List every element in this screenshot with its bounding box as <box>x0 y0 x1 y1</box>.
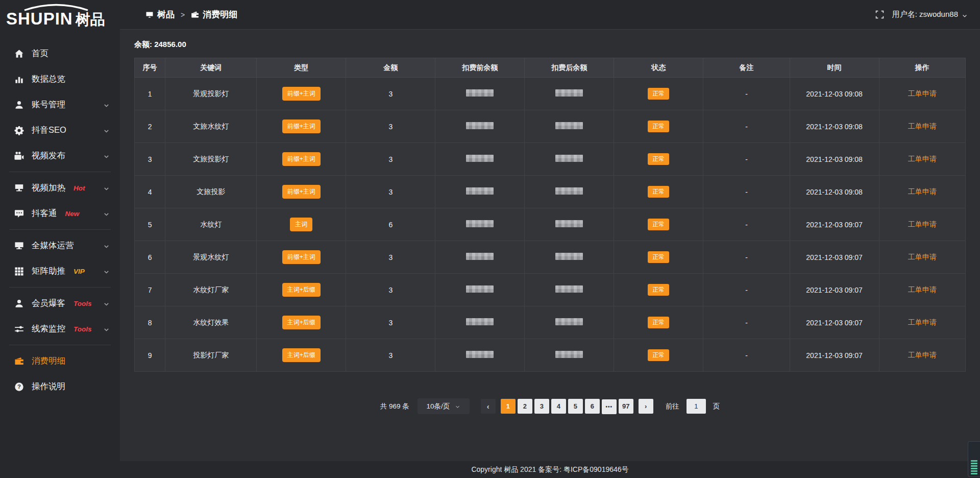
work-order-link[interactable]: 工单申请 <box>908 285 937 294</box>
status-badge: 正常 <box>648 186 669 198</box>
page-button-3[interactable]: 3 <box>534 399 549 414</box>
sidebar-item-matrix-boost[interactable]: 矩阵助推VIP <box>0 258 120 284</box>
cell-action: 工单申请 <box>879 176 965 208</box>
table-row: 5水纹灯主词6正常-2021-12-03 09:07工单申请 <box>135 208 966 241</box>
status-badge: 正常 <box>648 251 669 263</box>
cell-balance-after <box>525 110 614 143</box>
column-header: 关键词 <box>165 58 257 78</box>
cell-balance-after <box>525 241 614 274</box>
work-order-link[interactable]: 工单申请 <box>908 253 937 261</box>
goto-page-input[interactable] <box>687 399 706 414</box>
sidebar-item-video-heat[interactable]: 视频加热Hot <box>0 175 120 201</box>
cell-status: 正常 <box>614 306 703 339</box>
sidebar-item-doukentong[interactable]: 抖客通New <box>0 201 120 226</box>
user-menu[interactable]: 用户名: zswodun88 <box>892 10 968 19</box>
user-label: 用户名: zswodun88 <box>892 10 958 19</box>
page-button-5[interactable]: 5 <box>568 399 583 414</box>
fullscreen-icon[interactable] <box>875 10 884 19</box>
cell-amount: 3 <box>346 110 435 143</box>
column-header: 扣费后余额 <box>525 58 614 78</box>
page-button-97[interactable]: 97 <box>619 399 633 414</box>
gear-icon <box>14 126 24 135</box>
cell-keyword: 水纹灯 <box>165 208 257 241</box>
cell-amount: 3 <box>346 339 435 372</box>
cell-balance-before <box>435 143 525 176</box>
redacted-value <box>466 122 494 129</box>
cell-amount: 6 <box>346 208 435 241</box>
work-order-link[interactable]: 工单申请 <box>908 220 937 228</box>
cell-balance-after <box>525 339 614 372</box>
table-row: 8水纹灯效果主词+后缀3正常-2021-12-03 09:07工单申请 <box>135 306 966 339</box>
sidebar-item-label: 抖客通 <box>32 208 57 219</box>
work-order-link[interactable]: 工单申请 <box>908 89 937 98</box>
next-page-button[interactable]: › <box>639 399 653 414</box>
cell-status: 正常 <box>614 339 703 372</box>
cell-amount: 3 <box>346 78 435 110</box>
page-button-1[interactable]: 1 <box>501 399 516 414</box>
cell-balance-before <box>435 339 525 372</box>
type-badge: 主词+后缀 <box>282 283 321 297</box>
sidebar-item-member-baoke[interactable]: 会员爆客Tools <box>0 291 120 316</box>
work-order-link[interactable]: 工单申请 <box>908 318 937 326</box>
prev-page-button[interactable]: ‹ <box>481 399 496 414</box>
page-button-2[interactable]: 2 <box>518 399 532 414</box>
page-button-6[interactable]: 6 <box>585 399 600 414</box>
sidebar-item-home[interactable]: 首页 <box>0 41 120 66</box>
sidebar-item-video-publish[interactable]: 视频发布 <box>0 143 120 169</box>
more-pages-button[interactable]: ••• <box>602 399 617 414</box>
column-header: 时间 <box>790 58 879 78</box>
column-header: 金额 <box>346 58 435 78</box>
sidebar-item-douyin-seo[interactable]: 抖音SEO <box>0 117 120 143</box>
page-size-select[interactable]: 10条/页 <box>418 398 470 414</box>
widget-stripe <box>971 468 977 469</box>
redacted-value <box>555 89 583 97</box>
work-order-link[interactable]: 工单申请 <box>908 155 937 163</box>
cell-balance-after <box>525 78 614 110</box>
balance: 余额: 24856.00 <box>134 40 966 50</box>
table-row: 3文旅投影灯前缀+主词3正常-2021-12-03 09:08工单申请 <box>135 143 966 176</box>
cell-balance-after <box>525 208 614 241</box>
cell-index: 2 <box>135 110 165 143</box>
cell-keyword: 水纹灯效果 <box>165 306 257 339</box>
chevron-down-icon <box>103 185 110 192</box>
cell-amount: 3 <box>346 274 435 306</box>
page-buttons: 123456•••97 <box>500 399 634 414</box>
bar-chart-icon <box>14 75 24 84</box>
type-badge: 前缀+主词 <box>282 119 321 133</box>
sidebar-item-label: 线索监控 <box>32 323 65 334</box>
table-row: 6景观水纹灯前缀+主词3正常-2021-12-03 09:07工单申请 <box>135 241 966 274</box>
cell-index: 8 <box>135 306 165 339</box>
breadcrumb-separator: > <box>181 11 185 19</box>
sidebar-item-clue-monitor[interactable]: 线索监控Tools <box>0 316 120 342</box>
cell-time: 2021-12-03 09:08 <box>790 143 879 176</box>
work-order-link[interactable]: 工单申请 <box>908 187 937 196</box>
sidebar-item-label: 账号管理 <box>32 99 65 110</box>
sidebar-item-media-operation[interactable]: 全媒体运营 <box>0 233 120 258</box>
cell-balance-before <box>435 110 525 143</box>
app-logo: SHUPIN树品 <box>0 0 120 34</box>
cell-action: 工单申请 <box>879 339 965 372</box>
sidebar-item-account-manage[interactable]: 账号管理 <box>0 92 120 117</box>
table-row: 1景观投影灯前缀+主词3正常-2021-12-03 09:08工单申请 <box>135 78 966 110</box>
work-order-link[interactable]: 工单申请 <box>908 351 937 359</box>
status-badge: 正常 <box>648 219 669 230</box>
redacted-value <box>555 187 583 195</box>
sidebar-item-operation-guide[interactable]: ?操作说明 <box>0 374 120 399</box>
sidebar-divider <box>9 229 111 230</box>
cell-time: 2021-12-03 09:07 <box>790 339 879 372</box>
floating-widget[interactable] <box>968 441 980 477</box>
page-button-4[interactable]: 4 <box>551 399 566 414</box>
sidebar-item-label: 会员爆客 <box>32 298 65 309</box>
cell-amount: 3 <box>346 143 435 176</box>
status-badge: 正常 <box>648 284 669 296</box>
redacted-value <box>466 318 494 325</box>
cell-status: 正常 <box>614 143 703 176</box>
sidebar-item-data-overview[interactable]: 数据总览 <box>0 66 120 92</box>
type-badge: 前缀+主词 <box>282 152 321 166</box>
redacted-value <box>466 89 494 97</box>
sidebar-item-consume-detail[interactable]: 消费明细 <box>0 348 120 374</box>
redacted-value <box>555 285 583 293</box>
work-order-link[interactable]: 工单申请 <box>908 122 937 130</box>
breadcrumb-root[interactable]: 树品 <box>157 9 175 20</box>
redacted-value <box>555 220 583 227</box>
